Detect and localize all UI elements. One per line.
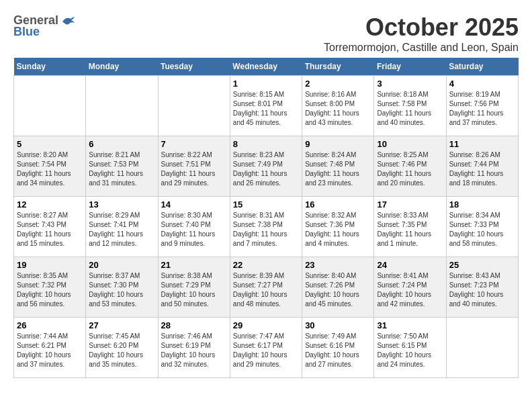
location-title: Torremormojon, Castille and Leon, Spain	[324, 42, 519, 54]
day-info: Sunrise: 8:16 AMSunset: 8:00 PMDaylight:…	[305, 90, 371, 128]
day-info: Sunrise: 8:30 AMSunset: 7:40 PMDaylight:…	[161, 211, 227, 248]
day-info: Sunrise: 8:37 AMSunset: 7:30 PMDaylight:…	[89, 271, 154, 309]
calendar-week-row: 26Sunrise: 7:44 AMSunset: 6:21 PMDayligh…	[14, 318, 519, 378]
day-number: 11	[449, 139, 515, 149]
day-info: Sunrise: 8:15 AMSunset: 8:01 PMDaylight:…	[233, 90, 299, 128]
calendar-cell: 22Sunrise: 8:39 AMSunset: 7:27 PMDayligh…	[230, 257, 302, 318]
calendar-cell: 24Sunrise: 8:41 AMSunset: 7:24 PMDayligh…	[374, 257, 446, 318]
day-number: 13	[89, 199, 154, 210]
day-number: 16	[305, 199, 371, 210]
day-number: 27	[89, 320, 154, 330]
day-info: Sunrise: 8:18 AMSunset: 7:58 PMDaylight:…	[377, 90, 443, 128]
day-number: 15	[233, 199, 299, 210]
day-number: 22	[233, 260, 299, 270]
day-number: 25	[449, 260, 515, 270]
calendar-cell: 31Sunrise: 7:50 AMSunset: 6:15 PMDayligh…	[374, 318, 446, 378]
title-section: October 2025 Torremormojon, Castille and…	[324, 13, 519, 54]
day-header-sunday: Sunday	[14, 58, 86, 76]
calendar-cell: 29Sunrise: 7:47 AMSunset: 6:17 PMDayligh…	[230, 318, 302, 378]
calendar-cell	[446, 318, 518, 378]
day-info: Sunrise: 8:23 AMSunset: 7:49 PMDaylight:…	[233, 150, 299, 188]
day-number: 28	[161, 320, 227, 330]
calendar-week-row: 5Sunrise: 8:20 AMSunset: 7:54 PMDaylight…	[14, 136, 519, 197]
day-header-tuesday: Tuesday	[158, 58, 230, 76]
day-info: Sunrise: 8:20 AMSunset: 7:54 PMDaylight:…	[17, 150, 83, 188]
day-number: 8	[233, 139, 299, 149]
day-info: Sunrise: 7:44 AMSunset: 6:21 PMDaylight:…	[17, 332, 83, 369]
logo-bird-icon	[61, 15, 76, 27]
logo-blue-text: Blue	[13, 25, 40, 39]
calendar-cell: 1Sunrise: 8:15 AMSunset: 8:01 PMDaylight…	[230, 76, 302, 136]
calendar-week-row: 19Sunrise: 8:35 AMSunset: 7:32 PMDayligh…	[14, 257, 519, 318]
day-number: 2	[305, 79, 371, 89]
logo: General Blue	[13, 13, 76, 39]
day-number: 23	[305, 260, 371, 270]
day-number: 17	[377, 199, 443, 210]
calendar-cell: 10Sunrise: 8:25 AMSunset: 7:46 PMDayligh…	[374, 136, 446, 197]
day-number: 29	[233, 320, 299, 330]
calendar-cell: 27Sunrise: 7:45 AMSunset: 6:20 PMDayligh…	[86, 318, 158, 378]
calendar-cell: 30Sunrise: 7:49 AMSunset: 6:16 PMDayligh…	[302, 318, 374, 378]
calendar-cell	[14, 76, 86, 136]
page-header: General Blue October 2025 Torremormojon,…	[13, 13, 519, 54]
day-number: 30	[305, 320, 371, 330]
calendar-cell	[158, 76, 230, 136]
day-info: Sunrise: 8:29 AMSunset: 7:41 PMDaylight:…	[89, 211, 154, 248]
calendar-cell: 5Sunrise: 8:20 AMSunset: 7:54 PMDaylight…	[14, 136, 86, 197]
calendar-cell: 6Sunrise: 8:21 AMSunset: 7:53 PMDaylight…	[86, 136, 158, 197]
day-info: Sunrise: 8:38 AMSunset: 7:29 PMDaylight:…	[161, 271, 227, 309]
day-info: Sunrise: 8:40 AMSunset: 7:26 PMDaylight:…	[305, 271, 371, 309]
day-number: 3	[377, 79, 443, 89]
day-number: 24	[377, 260, 443, 270]
day-number: 6	[89, 139, 154, 149]
calendar-cell: 8Sunrise: 8:23 AMSunset: 7:49 PMDaylight…	[230, 136, 302, 197]
day-number: 20	[89, 260, 154, 270]
day-info: Sunrise: 7:50 AMSunset: 6:15 PMDaylight:…	[377, 332, 443, 369]
day-info: Sunrise: 8:41 AMSunset: 7:24 PMDaylight:…	[377, 271, 443, 309]
day-number: 12	[17, 199, 83, 210]
day-info: Sunrise: 8:21 AMSunset: 7:53 PMDaylight:…	[89, 150, 154, 188]
day-info: Sunrise: 8:25 AMSunset: 7:46 PMDaylight:…	[377, 150, 443, 188]
calendar-cell: 20Sunrise: 8:37 AMSunset: 7:30 PMDayligh…	[86, 257, 158, 318]
day-number: 31	[377, 320, 443, 330]
day-info: Sunrise: 8:19 AMSunset: 7:56 PMDaylight:…	[449, 90, 515, 128]
calendar-cell: 14Sunrise: 8:30 AMSunset: 7:40 PMDayligh…	[158, 197, 230, 257]
calendar-cell: 13Sunrise: 8:29 AMSunset: 7:41 PMDayligh…	[86, 197, 158, 257]
calendar-cell: 12Sunrise: 8:27 AMSunset: 7:43 PMDayligh…	[14, 197, 86, 257]
day-info: Sunrise: 8:43 AMSunset: 7:23 PMDaylight:…	[449, 271, 515, 309]
calendar-cell: 15Sunrise: 8:31 AMSunset: 7:38 PMDayligh…	[230, 197, 302, 257]
day-info: Sunrise: 7:47 AMSunset: 6:17 PMDaylight:…	[233, 332, 299, 369]
day-header-saturday: Saturday	[446, 58, 518, 76]
month-title: October 2025	[324, 13, 519, 42]
day-info: Sunrise: 7:49 AMSunset: 6:16 PMDaylight:…	[305, 332, 371, 369]
day-number: 19	[17, 260, 83, 270]
calendar-cell: 16Sunrise: 8:32 AMSunset: 7:36 PMDayligh…	[302, 197, 374, 257]
day-header-thursday: Thursday	[302, 58, 374, 76]
calendar-table: SundayMondayTuesdayWednesdayThursdayFrid…	[13, 58, 519, 378]
day-info: Sunrise: 8:33 AMSunset: 7:35 PMDaylight:…	[377, 211, 443, 248]
calendar-cell: 3Sunrise: 8:18 AMSunset: 7:58 PMDaylight…	[374, 76, 446, 136]
day-number: 9	[305, 139, 371, 149]
day-info: Sunrise: 8:26 AMSunset: 7:44 PMDaylight:…	[449, 150, 515, 188]
day-number: 5	[17, 139, 83, 149]
calendar-cell	[86, 76, 158, 136]
day-header-monday: Monday	[86, 58, 158, 76]
day-info: Sunrise: 8:39 AMSunset: 7:27 PMDaylight:…	[233, 271, 299, 309]
day-number: 18	[449, 199, 515, 210]
day-info: Sunrise: 8:35 AMSunset: 7:32 PMDaylight:…	[17, 271, 83, 309]
day-header-friday: Friday	[374, 58, 446, 76]
calendar-week-row: 12Sunrise: 8:27 AMSunset: 7:43 PMDayligh…	[14, 197, 519, 257]
day-info: Sunrise: 7:45 AMSunset: 6:20 PMDaylight:…	[89, 332, 154, 369]
day-info: Sunrise: 8:32 AMSunset: 7:36 PMDaylight:…	[305, 211, 371, 248]
day-info: Sunrise: 7:46 AMSunset: 6:19 PMDaylight:…	[161, 332, 227, 369]
calendar-cell: 19Sunrise: 8:35 AMSunset: 7:32 PMDayligh…	[14, 257, 86, 318]
day-number: 1	[233, 79, 299, 89]
day-info: Sunrise: 8:34 AMSunset: 7:33 PMDaylight:…	[449, 211, 515, 248]
day-number: 21	[161, 260, 227, 270]
calendar-cell: 26Sunrise: 7:44 AMSunset: 6:21 PMDayligh…	[14, 318, 86, 378]
day-number: 10	[377, 139, 443, 149]
day-info: Sunrise: 8:27 AMSunset: 7:43 PMDaylight:…	[17, 211, 83, 248]
calendar-cell: 2Sunrise: 8:16 AMSunset: 8:00 PMDaylight…	[302, 76, 374, 136]
calendar-cell: 23Sunrise: 8:40 AMSunset: 7:26 PMDayligh…	[302, 257, 374, 318]
calendar-cell: 18Sunrise: 8:34 AMSunset: 7:33 PMDayligh…	[446, 197, 518, 257]
